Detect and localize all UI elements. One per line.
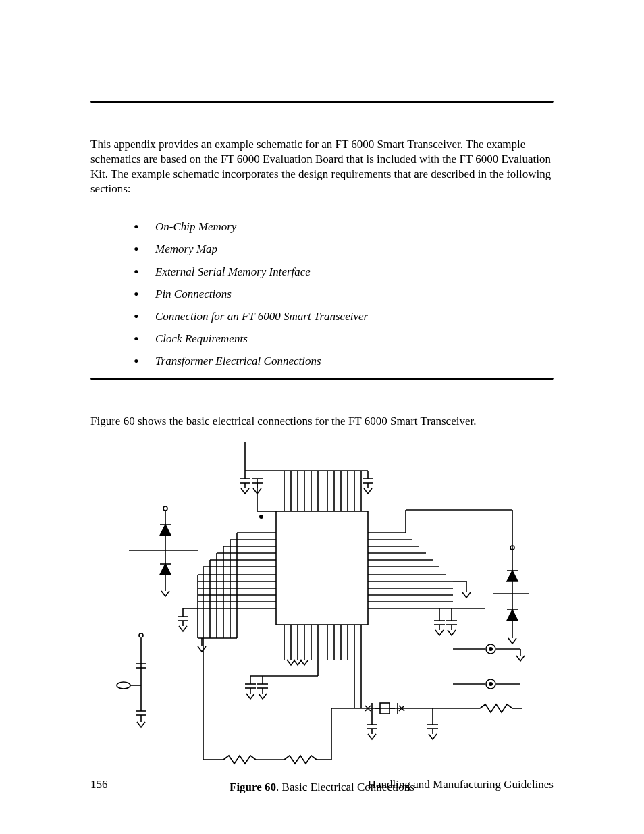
- svg-marker-62: [160, 564, 171, 575]
- svg-marker-114: [507, 610, 518, 621]
- svg-point-21: [259, 515, 263, 519]
- svg-rect-0: [276, 511, 368, 625]
- schematic-figure: [115, 436, 529, 766]
- svg-marker-59: [160, 525, 171, 536]
- list-item: Memory Map: [131, 242, 554, 257]
- svg-point-124: [489, 682, 493, 686]
- section-list: On-Chip Memory Memory Map External Seria…: [131, 219, 554, 369]
- top-rule: [90, 101, 554, 103]
- page-number: 156: [90, 777, 108, 792]
- intro-paragraph: This appendix provides an example schema…: [90, 137, 554, 197]
- svg-marker-112: [507, 571, 518, 581]
- list-item: Clock Requirements: [131, 332, 554, 346]
- svg-point-149: [139, 633, 143, 637]
- list-item: Connection for an FT 6000 Smart Transcei…: [131, 309, 554, 324]
- list-item: Pin Connections: [131, 287, 554, 302]
- list-item: External Serial Memory Interface: [131, 265, 554, 280]
- mid-rule: [90, 378, 554, 380]
- list-item: On-Chip Memory: [131, 219, 554, 234]
- footer-section-title: Handling and Manufacturing Guidelines: [368, 777, 554, 792]
- figure-intro: Figure 60 shows the basic electrical con…: [90, 414, 554, 429]
- list-item: Transformer Electrical Connections: [131, 354, 554, 369]
- svg-point-152: [117, 682, 130, 689]
- svg-point-119: [489, 647, 493, 651]
- svg-point-58: [163, 506, 167, 511]
